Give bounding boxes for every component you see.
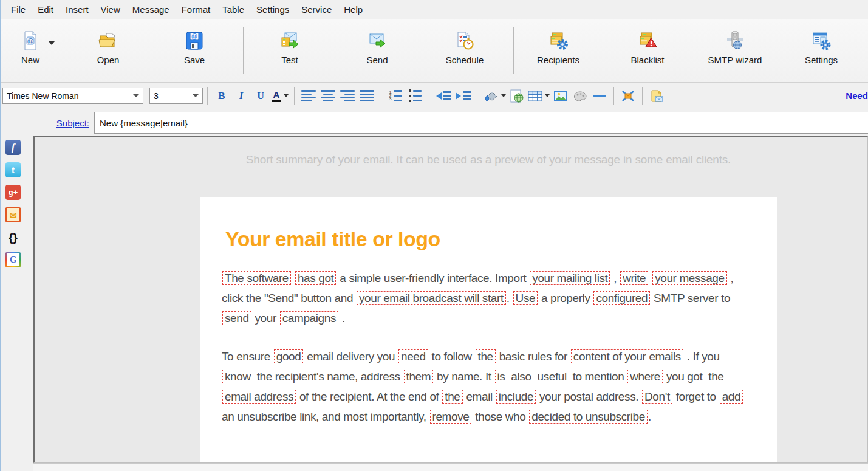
menu-settings[interactable]: Settings — [250, 1, 295, 18]
numbered-list-button[interactable]: 123 — [387, 87, 404, 105]
social-insert-sidebar: f t g+ ✉ {} G — [5, 140, 24, 275]
menu-insert[interactable]: Insert — [60, 1, 95, 18]
format-toolbar: Times New Roman 3 B I U A 123 — [0, 83, 868, 109]
spintax-segment: Use — [513, 291, 538, 305]
menu-help[interactable]: Help — [338, 1, 369, 18]
spintax-segment: your message — [652, 271, 727, 285]
svg-text:@: @ — [191, 33, 197, 40]
spintax-segment: know — [222, 370, 253, 383]
font-color-button[interactable]: A — [272, 87, 289, 105]
menu-table[interactable]: Table — [216, 1, 250, 18]
text-segment: , — [610, 272, 620, 284]
menu-format[interactable]: Format — [176, 1, 217, 18]
email-sheet: Your email title or logo The software ha… — [200, 197, 777, 463]
window-edge — [0, 0, 1, 471]
toolbar-button-label: Send — [347, 55, 408, 65]
insert-table-button[interactable] — [528, 87, 550, 105]
settings-window-gear-icon — [811, 30, 832, 51]
table-icon — [528, 91, 542, 101]
save-floppy-icon: @ — [184, 30, 205, 51]
test-message-icon — [279, 30, 300, 51]
blacklist-button[interactable]: Blacklist — [615, 26, 680, 78]
menu-view[interactable]: View — [95, 1, 126, 18]
text-segment: SMTP server to — [651, 292, 730, 304]
align-right-button[interactable] — [339, 87, 356, 105]
toolbar-button-label: SMTP wizard — [697, 55, 773, 65]
bullet-list-button[interactable] — [406, 87, 423, 105]
underline-button[interactable]: U — [252, 87, 269, 105]
image-icon — [554, 91, 567, 101]
horizontal-line-button[interactable] — [591, 87, 608, 105]
text-segment: a simple user-friendly interface. Import — [337, 272, 529, 284]
subject-input[interactable] — [94, 112, 868, 134]
decrease-indent-button[interactable] — [435, 87, 452, 105]
save-button[interactable]: @Save — [164, 26, 225, 78]
menu-message[interactable]: Message — [126, 1, 176, 18]
italic-icon: I — [239, 90, 244, 102]
settings-button[interactable]: Settings — [791, 26, 852, 78]
googleplus-icon[interactable]: g+ — [5, 185, 21, 200]
template-button[interactable] — [648, 87, 665, 105]
align-left-button[interactable] — [300, 87, 317, 105]
font-family-value: Times New Roman — [7, 91, 79, 101]
bold-icon: B — [218, 90, 225, 102]
separator — [294, 87, 295, 105]
palette-icon — [573, 91, 587, 101]
smtp-wizard-button[interactable]: SMTP wizard — [697, 26, 773, 78]
insert-link-button[interactable] — [508, 87, 525, 105]
new-button[interactable]: @New — [5, 26, 56, 78]
toolbar-button-label: Settings — [791, 55, 852, 65]
open-button[interactable]: Open — [78, 26, 138, 78]
spam-check-button[interactable] — [620, 87, 637, 105]
fill-color-button[interactable] — [483, 87, 506, 105]
font-family-select[interactable]: Times New Roman — [2, 88, 143, 104]
email-envelope-icon[interactable]: ✉ — [5, 207, 21, 222]
separator — [207, 87, 208, 105]
font-size-select[interactable]: 3 — [149, 88, 203, 104]
spintax-segment: Don't — [642, 390, 672, 404]
menu-file[interactable]: File — [5, 1, 32, 18]
facebook-icon[interactable]: f — [5, 140, 21, 155]
text-segment: also — [508, 370, 534, 383]
smtp-server-globe-icon — [725, 30, 745, 51]
separator — [429, 87, 429, 105]
separator — [381, 87, 381, 105]
hyperlink-globe-icon — [510, 89, 524, 103]
message-editor-canvas[interactable]: Short summary of your email. It can be u… — [33, 136, 868, 463]
dropdown-arrow-icon[interactable] — [49, 41, 55, 45]
align-right-icon — [340, 89, 355, 102]
schedule-button[interactable]: Schedule — [432, 26, 497, 78]
text-segment: basic rules for — [496, 350, 570, 363]
schedule-stopwatch-icon — [454, 30, 475, 51]
new-message-icon: @ — [20, 30, 41, 51]
text-segment: by name. It — [434, 370, 494, 383]
align-justify-button[interactable] — [358, 87, 375, 105]
toolbar-separator — [243, 27, 244, 74]
send-button[interactable]: Send — [347, 26, 408, 78]
test-button[interactable]: Test — [259, 26, 320, 78]
insert-image-button[interactable] — [552, 87, 569, 105]
twitter-icon[interactable]: t — [5, 162, 21, 177]
spintax-segment: useful — [535, 370, 569, 383]
bold-button[interactable]: B — [213, 87, 230, 105]
svg-text:@: @ — [27, 37, 34, 44]
subject-label-link[interactable]: Subject: — [0, 118, 94, 128]
spintax-segment: good — [274, 349, 304, 363]
spintax-segment: configured — [593, 291, 650, 305]
horizontal-scrollbar[interactable] — [33, 463, 868, 471]
italic-button[interactable]: I — [233, 87, 250, 105]
recipients-button[interactable]: Recipients — [525, 26, 591, 78]
text-segment: to follow — [429, 350, 475, 363]
need-help-link[interactable]: Need — [846, 91, 868, 101]
bullet-list-icon — [409, 88, 422, 103]
align-center-button[interactable] — [320, 87, 337, 105]
separator — [642, 87, 643, 105]
spintax-braces-icon[interactable]: {} — [5, 230, 21, 245]
menu-service[interactable]: Service — [295, 1, 338, 18]
google-icon[interactable]: G — [5, 252, 21, 267]
text-segment: those who — [472, 410, 528, 423]
chevron-down-icon — [501, 94, 506, 97]
color-scheme-button[interactable] — [572, 87, 589, 105]
menu-edit[interactable]: Edit — [32, 1, 60, 18]
increase-indent-button[interactable] — [454, 87, 471, 105]
